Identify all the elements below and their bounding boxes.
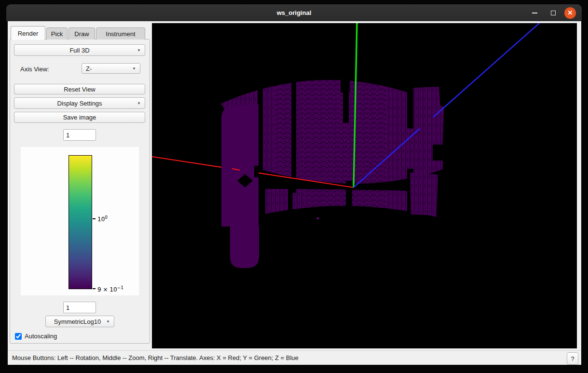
chevron-down-icon: ▼	[137, 48, 141, 53]
reset-view-label: Reset View	[64, 86, 96, 93]
save-image-label: Save image	[63, 114, 96, 121]
display-settings-label: Display Settings	[57, 100, 102, 107]
tab-render[interactable]: Render	[11, 26, 45, 40]
projection-select[interactable]: Full 3D ▼	[14, 44, 145, 56]
colorbar-tick-top-base: 10	[97, 216, 105, 223]
tab-draw-label: Draw	[74, 30, 89, 38]
tab-draw[interactable]: Draw	[68, 27, 95, 40]
detector-column-left	[221, 104, 259, 268]
chevron-down-icon: ▼	[132, 67, 136, 71]
tab-pick-label: Pick	[51, 30, 63, 38]
autoscaling-label: Autoscaling	[25, 333, 57, 340]
instrument-3d-viewport[interactable]	[152, 23, 577, 348]
stray-detector-speck	[316, 217, 319, 219]
detector-band-lower-left	[262, 178, 305, 222]
tab-render-label: Render	[18, 30, 39, 37]
statusbar: Mouse Buttons: Left -- Rotation, Middle …	[8, 350, 581, 365]
tab-instrument[interactable]: Instrument	[96, 27, 145, 40]
scale-max-input[interactable]	[63, 129, 96, 141]
scale-type-value: SymmetricLog10	[54, 318, 101, 325]
minimize-button[interactable]	[529, 4, 540, 21]
scale-type-select[interactable]: SymmetricLog10 ▼	[45, 316, 114, 327]
z-axis-line-upper	[433, 23, 539, 117]
colorbar-tick-top: 100	[97, 215, 108, 223]
axis-view-value: Z-	[86, 65, 92, 72]
statusbar-text: Mouse Buttons: Left -- Rotation, Middle …	[12, 354, 299, 361]
colorbar-tick-mark	[93, 218, 96, 219]
chevron-down-icon: ▼	[106, 320, 110, 324]
close-button[interactable]: ✕	[564, 4, 576, 21]
tab-pick[interactable]: Pick	[46, 27, 68, 40]
colorbar-tick-bottom-base: 9 × 10	[97, 286, 117, 293]
window-title: ws_original	[277, 9, 312, 16]
colorbar-tick-top-exp: 0	[105, 215, 108, 220]
help-button[interactable]: ?	[567, 352, 578, 365]
autoscaling-checkbox[interactable]	[15, 333, 22, 340]
titlebar[interactable]: ws_original ✕	[6, 4, 582, 21]
colorbar-tick-mark	[93, 288, 96, 289]
save-image-button[interactable]: Save image	[14, 112, 145, 123]
reset-view-button[interactable]: Reset View	[14, 84, 145, 94]
close-icon: ✕	[564, 7, 576, 19]
chevron-down-icon: ▼	[137, 101, 141, 106]
colorbar-gradient[interactable]	[68, 155, 92, 289]
colorbar-panel: 100 9 × 10−1	[21, 147, 139, 295]
display-settings-button[interactable]: Display Settings ▼	[14, 97, 145, 109]
maximize-button[interactable]	[547, 4, 559, 21]
maximize-icon	[551, 11, 556, 15]
window-content: Render Pick Draw Instrument Full 3D ▼ Ax…	[8, 21, 581, 365]
control-panel: Render Pick Draw Instrument Full 3D ▼ Ax…	[8, 21, 152, 350]
colorbar-tick-bottom-exp: −1	[117, 285, 123, 290]
instrument-3d-scene	[152, 23, 577, 348]
tab-instrument-label: Instrument	[106, 30, 135, 38]
scale-min-input[interactable]	[63, 302, 96, 313]
minimize-icon	[532, 13, 537, 13]
projection-value: Full 3D	[69, 47, 89, 54]
autoscaling-row: Autoscaling	[15, 333, 57, 340]
axis-view-select[interactable]: Z- ▼	[82, 63, 140, 74]
axis-view-label: Axis View:	[20, 66, 49, 73]
colorbar-tick-bottom: 9 × 10−1	[97, 285, 123, 293]
